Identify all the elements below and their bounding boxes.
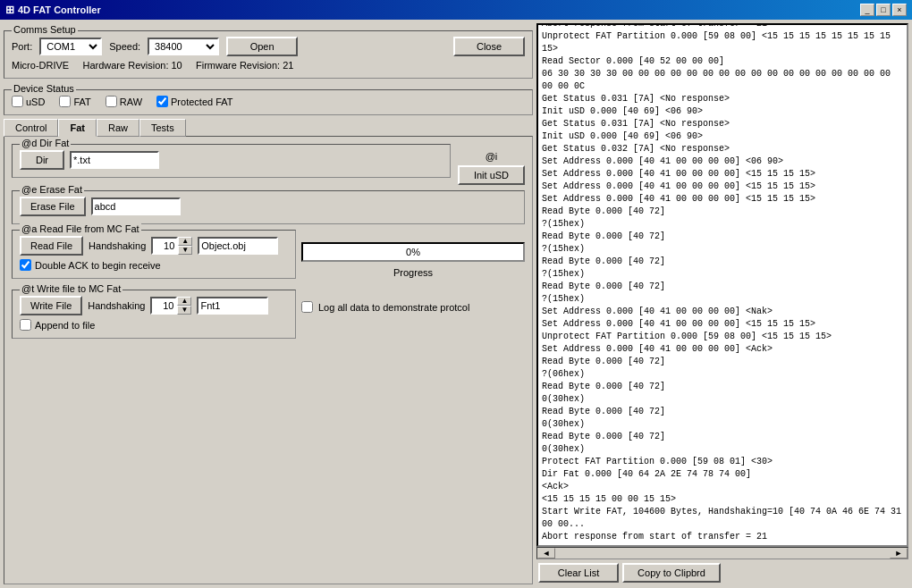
log-line: 0(30hex) xyxy=(542,418,903,431)
log-buttons: Clear List Copy to Clipbrd xyxy=(536,559,908,584)
handshaking-input[interactable] xyxy=(151,237,178,255)
write-handshaking-up-button[interactable]: ▲ xyxy=(177,297,191,306)
log-checkbox-area: Log all data to demonstrate protcol xyxy=(301,301,525,313)
copy-clipbrd-button[interactable]: Copy to Clipbrd xyxy=(622,563,721,583)
log-line: <15 15 15 15 00 00 15 15> xyxy=(542,493,903,506)
fat-checkbox[interactable] xyxy=(59,96,71,107)
write-section-label: @t Write file to MC Fat xyxy=(20,283,122,294)
log-line: Set Address 0.000 [40 41 00 00 00 00] <0… xyxy=(542,155,903,168)
dir-row: Dir xyxy=(20,150,443,170)
device-status-label: Device Status xyxy=(12,83,76,94)
log-line: Set Address 0.000 [40 41 00 00 00 00] <1… xyxy=(542,181,903,193)
dir-fat-section: @d Dir Fat Dir xyxy=(12,144,451,178)
erase-fat-section: @e Erase Fat Erase File xyxy=(12,190,525,224)
close-button[interactable]: × xyxy=(892,4,907,16)
scroll-right-button[interactable]: ► xyxy=(890,548,908,559)
protected-fat-checkbox[interactable] xyxy=(156,96,168,107)
double-ack-label: Double ACK to begin receive xyxy=(35,260,161,271)
read-filename-input[interactable] xyxy=(198,237,278,255)
micro-drive-label: Micro-DRIVE xyxy=(12,60,69,71)
handshaking-down-button[interactable]: ▼ xyxy=(178,246,192,255)
log-line: ?(15hex) xyxy=(542,268,903,281)
comms-setup-label: Comms Setup xyxy=(12,24,78,35)
close-button-comms[interactable]: Close xyxy=(453,37,525,56)
write-handshaking-input[interactable] xyxy=(150,297,177,315)
log-line: Unprotect FAT Partition 0.000 [59 08 00]… xyxy=(542,331,903,343)
log-line: Read Byte 0.000 [40 72] xyxy=(542,231,903,243)
usd-label: uSD xyxy=(26,97,45,107)
fat-checkbox-wrap: FAT xyxy=(59,96,90,107)
fat-tab-content: @d Dir Fat Dir @i Init uSD @e Erase Fat xyxy=(4,136,533,584)
log-area[interactable]: <15 15 15 15 00 06 13 15>Start Write FAT… xyxy=(536,23,908,547)
tabs-container: Control Fat Raw Tests @d Dir Fat Dir xyxy=(4,119,533,584)
minimize-button[interactable]: _ xyxy=(860,4,874,16)
scroll-left-button[interactable]: ◄ xyxy=(537,548,555,559)
progress-pct-text: 0% xyxy=(406,247,420,257)
tab-tests[interactable]: Tests xyxy=(139,119,186,137)
usd-checkbox-wrap: uSD xyxy=(12,96,45,107)
erase-button[interactable]: Erase File xyxy=(20,197,86,216)
log-checkbox[interactable] xyxy=(301,301,313,313)
log-line: Abort response from start of transfer = … xyxy=(542,531,903,543)
erase-fat-label: @e Erase Fat xyxy=(20,184,84,195)
log-line: Read Byte 0.000 [40 72] xyxy=(542,256,903,268)
tab-fat[interactable]: Fat xyxy=(58,119,97,137)
write-section: @t Write file to MC Fat Write File Hands… xyxy=(12,290,296,339)
erase-filename-input[interactable] xyxy=(91,197,181,215)
maximize-button[interactable]: □ xyxy=(876,4,891,16)
log-line: ?(15hex) xyxy=(542,218,903,231)
log-line: Set Address 0.000 [40 41 00 00 00 00] <A… xyxy=(542,343,903,356)
append-label: Append to file xyxy=(35,320,95,331)
log-line: 0(30hex) xyxy=(542,443,903,456)
log-line: Read Sector 0.000 [40 52 00 00 00] xyxy=(542,55,903,68)
protected-fat-checkbox-wrap: Protected FAT xyxy=(156,96,233,107)
clear-list-button[interactable]: Clear List xyxy=(538,563,619,583)
erase-row: Erase File xyxy=(20,197,517,216)
write-spinner-buttons: ▲ ▼ xyxy=(177,297,191,315)
log-line: ?(15hex) xyxy=(542,243,903,256)
write-button[interactable]: Write File xyxy=(20,296,82,315)
usd-checkbox[interactable] xyxy=(12,96,23,107)
port-select[interactable]: COM1 COM2 COM3 COM4 xyxy=(39,38,102,55)
log-line: Init uSD 0.000 [40 69] <06 90> xyxy=(542,130,903,143)
read-section-label: @a Read File from MC Fat xyxy=(20,223,141,234)
comms-row: Port: COM1 COM2 COM3 COM4 Speed: 9600 19… xyxy=(12,37,525,56)
fat-label: FAT xyxy=(73,97,90,107)
log-line: 0(30hex) xyxy=(542,393,903,406)
dir-button[interactable]: Dir xyxy=(20,150,64,170)
title-bar: ⊞ 4D FAT Controller _ □ × xyxy=(0,0,912,20)
log-line: ?(15hex) xyxy=(542,293,903,306)
log-line: ?(06hex) xyxy=(542,368,903,381)
log-line: Set Address 0.000 [40 41 00 00 00 00] <1… xyxy=(542,193,903,206)
write-handshaking-down-button[interactable]: ▼ xyxy=(177,306,191,315)
progress-label: Progress xyxy=(393,267,433,278)
log-line: Start Write FAT, 104600 Bytes, Handshaki… xyxy=(542,506,903,531)
tab-row: Control Fat Raw Tests xyxy=(4,119,533,137)
micro-info: Micro-DRIVE Hardware Revision: 10 Firmwa… xyxy=(12,60,525,71)
open-button[interactable]: Open xyxy=(226,37,298,56)
log-line: Set Address 0.000 [40 41 00 00 00 00] <N… xyxy=(542,306,903,318)
main-window: Comms Setup Port: COM1 COM2 COM3 COM4 Sp… xyxy=(0,20,912,588)
double-ack-checkbox[interactable] xyxy=(20,259,31,271)
log-line: Read Byte 0.000 [40 72] xyxy=(542,406,903,418)
read-section: @a Read File from MC Fat Read File Hands… xyxy=(12,230,296,279)
raw-label: RAW xyxy=(120,97,142,107)
append-checkbox[interactable] xyxy=(20,319,31,331)
write-filename-input[interactable] xyxy=(197,297,268,315)
dir-filter-input[interactable] xyxy=(70,151,159,169)
raw-checkbox[interactable] xyxy=(106,96,117,107)
handshaking-up-button[interactable]: ▲ xyxy=(178,237,192,246)
log-line: Set Address 0.000 [40 41 00 00 00 00] <1… xyxy=(542,318,903,331)
raw-checkbox-wrap: RAW xyxy=(106,96,142,107)
tab-control[interactable]: Control xyxy=(4,119,58,137)
read-button[interactable]: Read File xyxy=(20,236,83,256)
comms-setup-group: Comms Setup Port: COM1 COM2 COM3 COM4 Sp… xyxy=(4,30,533,79)
append-row: Append to file xyxy=(20,319,288,331)
init-usd-button[interactable]: Init uSD xyxy=(458,165,525,185)
log-line: <Ack> xyxy=(542,481,903,493)
handshaking-label: Handshaking xyxy=(89,240,146,251)
speed-select[interactable]: 9600 19200 38400 57600 115200 xyxy=(148,38,219,55)
tab-raw[interactable]: Raw xyxy=(97,119,139,137)
init-label: @i xyxy=(486,151,498,162)
port-label: Port: xyxy=(12,41,32,52)
